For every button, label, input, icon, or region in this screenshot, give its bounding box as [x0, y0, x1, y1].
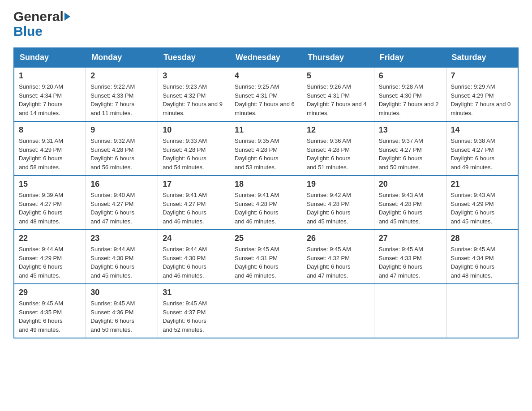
calendar-cell: [446, 284, 518, 338]
calendar-cell: 5 Sunrise: 9:26 AM Sunset: 4:31 PM Dayli…: [302, 67, 374, 121]
day-info: Sunrise: 9:23 AM Sunset: 4:32 PM Dayligh…: [163, 82, 225, 117]
day-number: 28: [451, 234, 513, 243]
calendar-cell: 30 Sunrise: 9:45 AM Sunset: 4:36 PM Dayl…: [86, 284, 158, 338]
day-info: Sunrise: 9:36 AM Sunset: 4:28 PM Dayligh…: [307, 137, 369, 171]
day-number: 30: [90, 288, 153, 297]
calendar-cell: 27 Sunrise: 9:45 AM Sunset: 4:33 PM Dayl…: [374, 230, 446, 284]
day-info: Sunrise: 9:44 AM Sunset: 4:30 PM Dayligh…: [163, 245, 225, 280]
calendar-week-3: 15 Sunrise: 9:39 AM Sunset: 4:27 PM Dayl…: [14, 176, 518, 230]
calendar-cell: 6 Sunrise: 9:28 AM Sunset: 4:30 PM Dayli…: [374, 67, 446, 121]
calendar-week-2: 8 Sunrise: 9:31 AM Sunset: 4:29 PM Dayli…: [14, 121, 518, 176]
day-info: Sunrise: 9:41 AM Sunset: 4:27 PM Dayligh…: [163, 191, 225, 226]
day-number: 4: [235, 71, 297, 81]
logo-blue: Blue: [13, 24, 43, 39]
day-number: 2: [90, 71, 153, 81]
logo-arrow-icon: [64, 13, 70, 21]
calendar-cell: 14 Sunrise: 9:38 AM Sunset: 4:27 PM Dayl…: [446, 121, 518, 176]
calendar-cell: 2 Sunrise: 9:22 AM Sunset: 4:33 PM Dayli…: [86, 67, 158, 121]
calendar-table: SundayMondayTuesdayWednesdayThursdayFrid…: [13, 47, 519, 338]
day-info: Sunrise: 9:45 AM Sunset: 4:31 PM Dayligh…: [235, 245, 297, 280]
calendar-cell: 29 Sunrise: 9:45 AM Sunset: 4:35 PM Dayl…: [14, 284, 86, 338]
day-number: 16: [90, 180, 153, 189]
logo-general: General: [13, 9, 64, 24]
day-info: Sunrise: 9:41 AM Sunset: 4:28 PM Dayligh…: [235, 191, 297, 226]
day-number: 19: [307, 180, 369, 189]
calendar-cell: 24 Sunrise: 9:44 AM Sunset: 4:30 PM Dayl…: [158, 230, 230, 284]
day-number: 13: [379, 125, 442, 135]
calendar-week-1: 1 Sunrise: 9:20 AM Sunset: 4:34 PM Dayli…: [14, 67, 518, 121]
calendar-cell: 4 Sunrise: 9:25 AM Sunset: 4:31 PM Dayli…: [230, 67, 302, 121]
day-info: Sunrise: 9:40 AM Sunset: 4:27 PM Dayligh…: [90, 191, 153, 226]
day-info: Sunrise: 9:39 AM Sunset: 4:27 PM Dayligh…: [19, 191, 81, 226]
calendar-cell: 9 Sunrise: 9:32 AM Sunset: 4:28 PM Dayli…: [86, 121, 158, 176]
day-info: Sunrise: 9:45 AM Sunset: 4:34 PM Dayligh…: [451, 245, 513, 280]
calendar-cell: 31 Sunrise: 9:45 AM Sunset: 4:37 PM Dayl…: [158, 284, 230, 338]
page-header: General Blue: [13, 9, 519, 39]
calendar-cell: 28 Sunrise: 9:45 AM Sunset: 4:34 PM Dayl…: [446, 230, 518, 284]
day-info: Sunrise: 9:37 AM Sunset: 4:27 PM Dayligh…: [379, 137, 442, 171]
day-info: Sunrise: 9:45 AM Sunset: 4:32 PM Dayligh…: [307, 245, 369, 280]
day-number: 17: [163, 180, 225, 189]
day-number: 21: [451, 180, 513, 189]
day-number: 3: [163, 71, 225, 81]
day-info: Sunrise: 9:42 AM Sunset: 4:28 PM Dayligh…: [307, 191, 369, 226]
day-info: Sunrise: 9:45 AM Sunset: 4:37 PM Dayligh…: [163, 299, 225, 334]
day-number: 11: [235, 125, 297, 135]
calendar-cell: 10 Sunrise: 9:33 AM Sunset: 4:28 PM Dayl…: [158, 121, 230, 176]
day-number: 12: [307, 125, 369, 135]
day-info: Sunrise: 9:29 AM Sunset: 4:29 PM Dayligh…: [451, 82, 513, 117]
day-number: 5: [307, 71, 369, 81]
day-number: 22: [19, 234, 81, 243]
day-info: Sunrise: 9:45 AM Sunset: 4:36 PM Dayligh…: [90, 299, 153, 334]
day-info: Sunrise: 9:45 AM Sunset: 4:33 PM Dayligh…: [379, 245, 442, 280]
day-number: 14: [451, 125, 513, 135]
calendar-cell: 22 Sunrise: 9:44 AM Sunset: 4:29 PM Dayl…: [14, 230, 86, 284]
calendar-cell: 3 Sunrise: 9:23 AM Sunset: 4:32 PM Dayli…: [158, 67, 230, 121]
calendar-week-5: 29 Sunrise: 9:45 AM Sunset: 4:35 PM Dayl…: [14, 284, 518, 338]
day-info: Sunrise: 9:31 AM Sunset: 4:29 PM Dayligh…: [19, 137, 81, 171]
day-info: Sunrise: 9:22 AM Sunset: 4:33 PM Dayligh…: [90, 82, 153, 117]
calendar-cell: 15 Sunrise: 9:39 AM Sunset: 4:27 PM Dayl…: [14, 176, 86, 230]
calendar-cell: 7 Sunrise: 9:29 AM Sunset: 4:29 PM Dayli…: [446, 67, 518, 121]
day-info: Sunrise: 9:20 AM Sunset: 4:34 PM Dayligh…: [19, 82, 81, 117]
weekday-header-wednesday: Wednesday: [230, 48, 302, 67]
day-info: Sunrise: 9:32 AM Sunset: 4:28 PM Dayligh…: [90, 137, 153, 171]
calendar-cell: 19 Sunrise: 9:42 AM Sunset: 4:28 PM Dayl…: [302, 176, 374, 230]
day-info: Sunrise: 9:43 AM Sunset: 4:29 PM Dayligh…: [451, 191, 513, 226]
calendar-cell: 20 Sunrise: 9:43 AM Sunset: 4:28 PM Dayl…: [374, 176, 446, 230]
day-number: 27: [379, 234, 442, 243]
calendar-cell: 17 Sunrise: 9:41 AM Sunset: 4:27 PM Dayl…: [158, 176, 230, 230]
calendar-cell: 18 Sunrise: 9:41 AM Sunset: 4:28 PM Dayl…: [230, 176, 302, 230]
calendar-cell: 26 Sunrise: 9:45 AM Sunset: 4:32 PM Dayl…: [302, 230, 374, 284]
calendar-week-4: 22 Sunrise: 9:44 AM Sunset: 4:29 PM Dayl…: [14, 230, 518, 284]
calendar-cell: 13 Sunrise: 9:37 AM Sunset: 4:27 PM Dayl…: [374, 121, 446, 176]
calendar-cell: [302, 284, 374, 338]
day-number: 6: [379, 71, 442, 81]
calendar-cell: 25 Sunrise: 9:45 AM Sunset: 4:31 PM Dayl…: [230, 230, 302, 284]
day-info: Sunrise: 9:44 AM Sunset: 4:29 PM Dayligh…: [19, 245, 81, 280]
day-number: 1: [19, 71, 81, 81]
day-number: 9: [90, 125, 153, 135]
weekday-header-saturday: Saturday: [446, 48, 518, 67]
day-number: 23: [90, 234, 153, 243]
day-number: 25: [235, 234, 297, 243]
day-info: Sunrise: 9:25 AM Sunset: 4:31 PM Dayligh…: [235, 82, 297, 117]
day-info: Sunrise: 9:45 AM Sunset: 4:35 PM Dayligh…: [19, 299, 81, 334]
weekday-header-monday: Monday: [86, 48, 158, 67]
day-number: 18: [235, 180, 297, 189]
logo: General Blue: [13, 9, 70, 39]
calendar-cell: 1 Sunrise: 9:20 AM Sunset: 4:34 PM Dayli…: [14, 67, 86, 121]
day-number: 29: [19, 288, 81, 297]
calendar-cell: 8 Sunrise: 9:31 AM Sunset: 4:29 PM Dayli…: [14, 121, 86, 176]
calendar-cell: [374, 284, 446, 338]
day-info: Sunrise: 9:43 AM Sunset: 4:28 PM Dayligh…: [379, 191, 442, 226]
weekday-header-tuesday: Tuesday: [158, 48, 230, 67]
day-info: Sunrise: 9:35 AM Sunset: 4:28 PM Dayligh…: [235, 137, 297, 171]
calendar-cell: [230, 284, 302, 338]
day-number: 8: [19, 125, 81, 135]
weekday-header-thursday: Thursday: [302, 48, 374, 67]
day-number: 24: [163, 234, 225, 243]
day-number: 31: [163, 288, 225, 297]
day-info: Sunrise: 9:33 AM Sunset: 4:28 PM Dayligh…: [163, 137, 225, 171]
day-number: 20: [379, 180, 442, 189]
